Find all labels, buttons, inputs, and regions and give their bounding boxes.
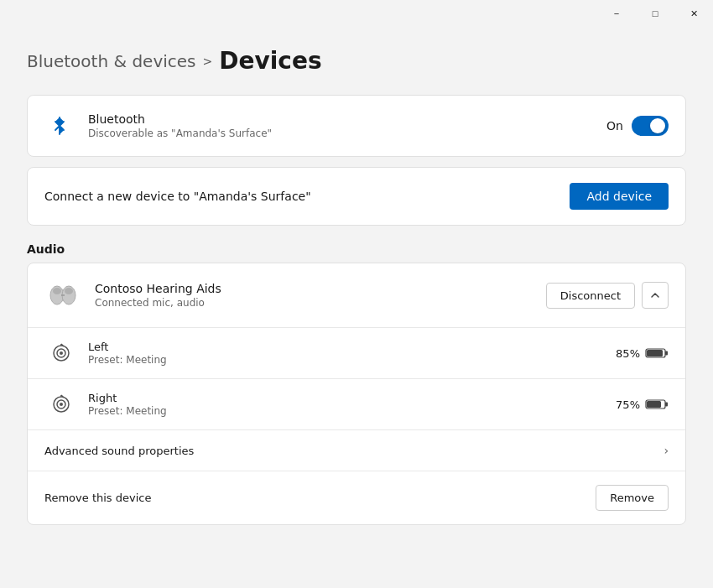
disconnect-button[interactable]: Disconnect — [546, 283, 635, 309]
advanced-sound-row[interactable]: Advanced sound properties › — [28, 429, 685, 471]
page-title: Devices — [219, 47, 321, 75]
bluetooth-info: Bluetooth Discoverable as "Amanda's Surf… — [88, 112, 593, 139]
left-battery-pct: 85% — [616, 347, 640, 360]
sub-device-left: Left Preset: Meeting 85% — [28, 327, 685, 378]
device-card-hearing-aids: Contoso Hearing Aids Connected mic, audi… — [27, 263, 686, 525]
left-device-icon — [48, 340, 75, 367]
left-device-info: Left Preset: Meeting — [88, 341, 602, 366]
close-button[interactable]: ✕ — [674, 0, 713, 27]
add-device-button[interactable]: Add device — [570, 183, 669, 210]
device-main-row: Contoso Hearing Aids Connected mic, audi… — [28, 263, 685, 327]
toggle-label: On — [606, 119, 623, 133]
main-content: Bluetooth & devices > Devices Bluetooth … — [0, 27, 713, 545]
right-battery: 75% — [616, 398, 669, 411]
remove-button[interactable]: Remove — [596, 485, 669, 511]
minimize-button[interactable]: − — [597, 0, 636, 27]
audio-section-header: Audio — [27, 242, 686, 256]
add-device-card: Connect a new device to "Amanda's Surfac… — [27, 167, 686, 226]
titlebar: − □ ✕ — [0, 0, 713, 27]
sub-device-right: Right Preset: Meeting 75% — [28, 378, 685, 429]
left-battery-icon — [645, 347, 669, 359]
bluetooth-discoverable: Discoverable as "Amanda's Surface" — [88, 127, 593, 139]
svg-rect-11 — [665, 351, 668, 356]
svg-point-3 — [65, 288, 73, 294]
svg-point-15 — [60, 403, 63, 406]
advanced-sound-label: Advanced sound properties — [44, 445, 194, 457]
right-battery-icon — [645, 398, 669, 410]
svg-point-1 — [53, 288, 61, 294]
remove-device-row: Remove this device Remove — [28, 471, 685, 524]
advanced-chevron-icon: › — [664, 444, 669, 457]
device-actions: Disconnect — [546, 282, 669, 309]
bluetooth-row: Bluetooth Discoverable as "Amanda's Surf… — [28, 96, 685, 156]
remove-device-label: Remove this device — [44, 492, 151, 504]
bluetooth-card: Bluetooth Discoverable as "Amanda's Surf… — [27, 95, 686, 157]
device-status: Connected mic, audio — [95, 297, 533, 309]
device-name: Contoso Hearing Aids — [95, 282, 533, 295]
left-device-preset: Preset: Meeting — [88, 354, 602, 366]
right-device-info: Right Preset: Meeting — [88, 392, 602, 417]
bluetooth-icon — [44, 111, 75, 141]
left-battery: 85% — [616, 347, 669, 360]
left-device-name: Left — [88, 341, 602, 353]
svg-rect-19 — [665, 403, 668, 407]
add-device-row: Connect a new device to "Amanda's Surfac… — [28, 168, 685, 225]
bluetooth-name: Bluetooth — [88, 112, 593, 126]
bluetooth-toggle[interactable] — [632, 116, 669, 136]
svg-rect-20 — [647, 401, 661, 408]
right-device-preset: Preset: Meeting — [88, 405, 602, 417]
svg-rect-12 — [647, 350, 663, 356]
breadcrumb-chevron-icon: > — [203, 55, 213, 68]
breadcrumb-parent[interactable]: Bluetooth & devices — [27, 51, 196, 71]
svg-point-7 — [60, 351, 63, 355]
device-info: Contoso Hearing Aids Connected mic, audi… — [95, 282, 533, 309]
collapse-button[interactable] — [642, 282, 669, 309]
breadcrumb: Bluetooth & devices > Devices — [27, 47, 686, 75]
right-device-icon — [48, 391, 75, 418]
right-device-name: Right — [88, 392, 602, 404]
add-device-text: Connect a new device to "Amanda's Surfac… — [44, 190, 311, 203]
bluetooth-toggle-container: On — [606, 116, 669, 136]
right-battery-pct: 75% — [616, 398, 640, 411]
maximize-button[interactable]: □ — [636, 0, 674, 27]
hearing-aids-icon — [44, 277, 81, 314]
